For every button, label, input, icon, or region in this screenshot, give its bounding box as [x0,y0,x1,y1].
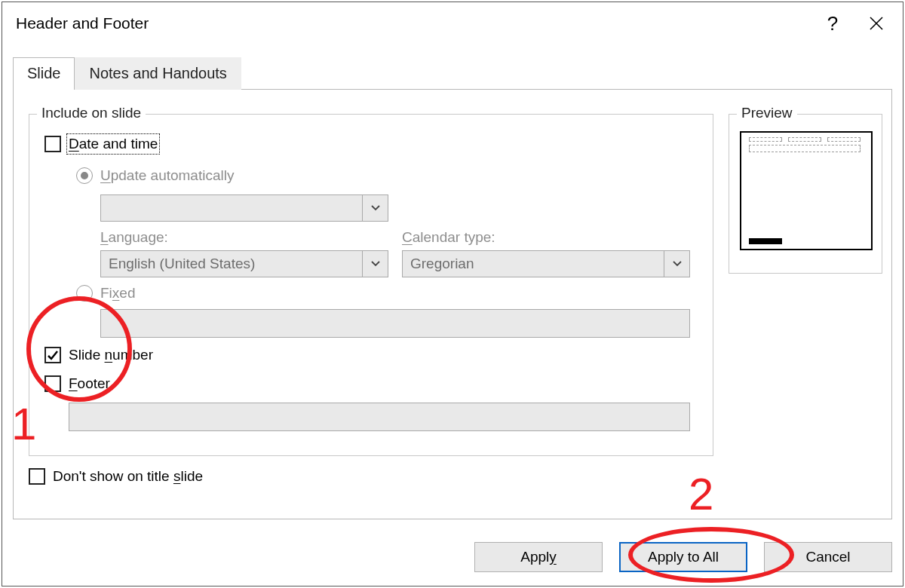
row-language-label: Language: [100,229,168,246]
combo-calendar-value: Gregorian [403,251,664,277]
chevron-down-icon [362,251,388,277]
label-date-time: Date and time [69,136,158,152]
row-dont-show-title: Don't show on title slide [29,468,203,485]
preview-placeholder-title [827,137,861,142]
apply-to-all-button[interactable]: Apply to All [619,542,747,572]
include-on-slide-group: Include on slide Date and time Update au… [29,114,713,456]
radio-update-automatically[interactable] [76,167,93,184]
preview-placeholder-body [749,145,861,152]
checkbox-footer[interactable] [44,375,61,392]
include-legend: Include on slide [37,105,146,121]
check-icon [47,349,59,361]
tabstrip: Slide Notes and Handouts [13,58,892,90]
chevron-down-icon [664,251,689,277]
tab-body: Include on slide Date and time Update au… [13,90,892,519]
label-language: Language: [100,229,168,246]
radio-fixed[interactable] [76,285,93,302]
label-update-auto: Update automatically [100,167,234,184]
input-fixed-date[interactable] [100,309,690,338]
combo-language-value: English (United States) [101,251,362,277]
label-calendar: Calendar type: [402,229,495,246]
row-date-time: Date and time [44,136,158,152]
preview-slide-number-icon [749,238,782,244]
row-update-auto: Update automatically [76,167,234,184]
annotation-label-1: 1 [11,398,36,450]
tab-slide[interactable]: Slide [13,57,75,90]
combo-calendar[interactable]: Gregorian [402,250,690,277]
combo-date-format-value [101,195,362,221]
input-footer[interactable] [69,403,690,431]
radio-dot-icon [81,172,88,179]
close-button[interactable] [854,5,898,41]
titlebar: Header and Footer ? [2,2,903,44]
cancel-button[interactable]: Cancel [764,542,892,572]
slide-preview [740,131,873,250]
preview-group: Preview [729,114,882,274]
label-footer: Footer [69,375,110,392]
row-fixed: Fixed [76,285,135,302]
label-slide-number: Slide number [69,347,153,363]
label-fixed: Fixed [100,285,135,302]
dialog-buttons: Apply Apply to All Cancel [474,542,892,572]
apply-button[interactable]: Apply [474,542,603,572]
help-button[interactable]: ? [811,5,854,41]
preview-legend: Preview [737,105,797,121]
checkbox-slide-number[interactable] [44,347,61,363]
tab-notes-handouts[interactable]: Notes and Handouts [75,57,241,90]
checkbox-date-time[interactable] [44,136,61,152]
preview-placeholder-date [749,137,782,142]
row-footer: Footer [44,375,110,392]
checkbox-dont-show-title[interactable] [29,468,45,485]
row-calendar-label: Calendar type: [402,229,495,246]
header-footer-dialog: Header and Footer ? Slide Notes and Hand… [2,2,903,586]
combo-date-format[interactable] [100,194,388,222]
dialog-title: Header and Footer [16,14,811,32]
chevron-down-icon [362,195,388,221]
row-slide-number: Slide number [44,347,153,363]
combo-language[interactable]: English (United States) [100,250,388,277]
close-icon [869,16,884,31]
annotation-label-2: 2 [689,468,713,520]
label-dont-show-title: Don't show on title slide [53,468,203,485]
preview-placeholder-center [788,137,821,142]
